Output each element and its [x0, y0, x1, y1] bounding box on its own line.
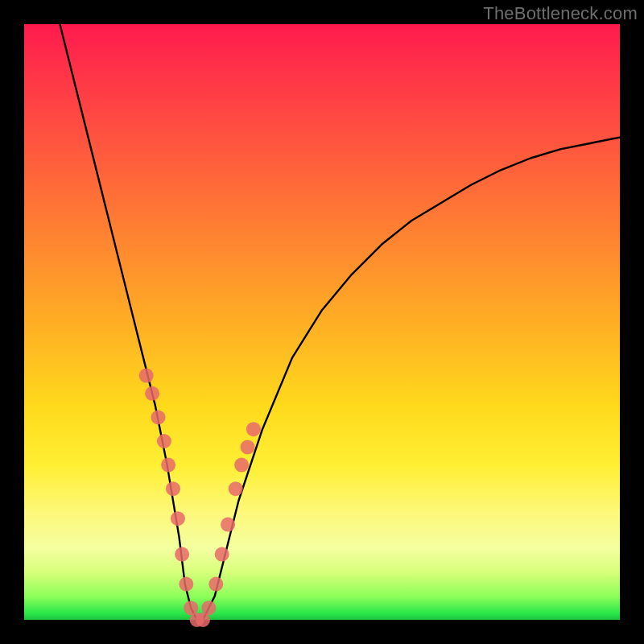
marker-dot — [241, 440, 255, 454]
marker-dot — [234, 458, 249, 473]
marker-dot — [139, 369, 154, 383]
marker-dot — [157, 434, 171, 448]
marker-dot — [166, 481, 180, 496]
marker-dot — [229, 481, 243, 496]
marker-dot — [201, 601, 216, 615]
bottleneck-curve — [60, 24, 620, 620]
chart-plot-area — [24, 24, 620, 620]
watermark-text: TheBottleneck.com — [483, 3, 638, 24]
chart-frame: TheBottleneck.com — [0, 0, 644, 644]
marker-dot — [145, 386, 159, 401]
marker-dot — [246, 422, 261, 436]
marker-dot — [161, 458, 175, 473]
marker-dot — [151, 410, 166, 424]
marker-dot — [175, 547, 189, 562]
chart-svg — [24, 24, 620, 620]
marker-dot — [208, 577, 223, 592]
marker-dot — [215, 547, 229, 562]
marker-dot — [221, 518, 235, 532]
marker-dot — [179, 577, 193, 592]
marker-dot — [171, 511, 185, 526]
marker-group — [139, 369, 261, 627]
